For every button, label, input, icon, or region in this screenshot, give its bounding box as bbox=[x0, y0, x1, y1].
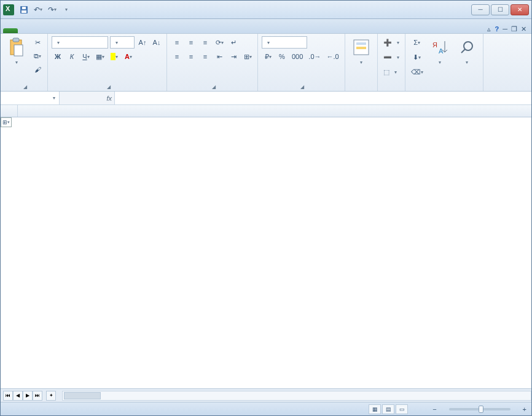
paste-button[interactable]: ▾ bbox=[4, 36, 29, 66]
svg-rect-8 bbox=[356, 47, 366, 49]
new-sheet-button[interactable]: ✦ bbox=[46, 391, 56, 401]
group-clipboard: ▾ ✂ ⧉▾ 🖌 ◢ bbox=[1, 34, 48, 91]
group-editing: Σ▾ ⬇▾ ⌫▾ ЯА ▾ ▾ bbox=[405, 34, 483, 91]
autofill-options-icon[interactable]: ⊞▾ bbox=[1, 117, 12, 127]
copy-button[interactable]: ⧉▾ bbox=[31, 50, 44, 62]
number-format-combo[interactable]: ▾ bbox=[262, 36, 307, 49]
doc-restore-icon[interactable]: ❐ bbox=[511, 25, 517, 33]
quick-access-toolbar: ↶▾ ↷▾ ▾ bbox=[18, 4, 72, 16]
close-button[interactable]: ✕ bbox=[510, 4, 529, 15]
formula-bar: ▾ fx bbox=[1, 92, 531, 105]
doc-minimize-icon[interactable]: ─ bbox=[503, 25, 507, 33]
delete-cells-button[interactable]: ➖ ▾ bbox=[381, 51, 401, 63]
view-normal-button[interactable]: ▦ bbox=[369, 404, 381, 414]
font-size-combo[interactable]: ▾ bbox=[110, 36, 135, 49]
decrease-indent-button[interactable]: ⇤ bbox=[213, 50, 225, 63]
hscroll-thumb[interactable] bbox=[64, 392, 101, 399]
zoom-slider[interactable] bbox=[449, 408, 510, 410]
titlebar: ↶▾ ↷▾ ▾ ─ ☐ ✕ bbox=[1, 1, 531, 19]
cut-button[interactable]: ✂ bbox=[31, 36, 44, 49]
fill-button[interactable]: ⬇▾ bbox=[409, 51, 425, 63]
format-painter-button[interactable]: 🖌 bbox=[31, 63, 44, 76]
redo-button[interactable]: ↷▾ bbox=[46, 4, 58, 16]
save-button[interactable] bbox=[18, 4, 30, 16]
fx-area: fx bbox=[60, 92, 115, 104]
fill-color-button[interactable]: ▾ bbox=[108, 50, 120, 63]
group-styles: ▾ bbox=[345, 34, 378, 91]
worksheet-grid: ⊞▾ bbox=[1, 105, 531, 388]
formula-input[interactable] bbox=[115, 92, 531, 104]
svg-point-11 bbox=[464, 42, 472, 50]
clear-button[interactable]: ⌫▾ bbox=[409, 66, 425, 78]
sheet-tab-bar: ⏮ ◀ ▶ ⏭ ✦ bbox=[1, 388, 531, 402]
underline-button[interactable]: Ч▾ bbox=[80, 50, 92, 63]
fx-icon[interactable]: fx bbox=[106, 95, 112, 102]
sheet-nav-first[interactable]: ⏮ bbox=[3, 391, 13, 401]
font-color-button[interactable]: A▾ bbox=[122, 50, 135, 63]
sheet-nav-prev[interactable]: ◀ bbox=[13, 391, 23, 401]
app-window: ↶▾ ↷▾ ▾ ─ ☐ ✕ ▵ ? ─ ❐ ✕ bbox=[0, 0, 532, 416]
svg-rect-4 bbox=[13, 38, 19, 42]
increase-decimal-button[interactable]: .0→ bbox=[307, 50, 323, 63]
ribbon: ▾ ✂ ⧉▾ 🖌 ◢ ▾ ▾ A↑ A↓ Ж bbox=[1, 34, 531, 92]
svg-rect-1 bbox=[22, 10, 26, 13]
maximize-button[interactable]: ☐ bbox=[491, 4, 509, 15]
percent-button[interactable]: % bbox=[276, 50, 288, 63]
minimize-ribbon-icon[interactable]: ▵ bbox=[487, 25, 491, 33]
qat-customize[interactable]: ▾ bbox=[60, 4, 72, 16]
font-name-combo[interactable]: ▾ bbox=[52, 36, 108, 49]
find-select-button[interactable]: ▾ bbox=[455, 36, 479, 66]
svg-line-12 bbox=[461, 49, 465, 53]
undo-button[interactable]: ↶▾ bbox=[32, 4, 44, 16]
grid-rows: ⊞▾ bbox=[1, 117, 531, 388]
name-box[interactable]: ▾ bbox=[1, 92, 60, 104]
align-left-button[interactable]: ≡ bbox=[171, 50, 183, 63]
help-icon[interactable]: ? bbox=[495, 25, 499, 33]
svg-rect-7 bbox=[356, 42, 366, 45]
view-layout-button[interactable]: ▤ bbox=[382, 404, 394, 414]
wrap-text-button[interactable]: ↵ bbox=[227, 36, 240, 49]
currency-button[interactable]: ₽▾ bbox=[262, 50, 274, 63]
file-tab[interactable] bbox=[3, 28, 18, 33]
insert-cells-button[interactable]: ➕ ▾ bbox=[381, 36, 401, 49]
sort-filter-button[interactable]: ЯА ▾ bbox=[428, 36, 452, 66]
align-bottom-button[interactable]: ≡ bbox=[199, 36, 211, 49]
sheet-nav-next[interactable]: ▶ bbox=[23, 391, 33, 401]
view-pagebreak-button[interactable]: ▭ bbox=[396, 404, 408, 414]
decrease-decimal-button[interactable]: ←.0 bbox=[325, 50, 341, 63]
align-center-button[interactable]: ≡ bbox=[185, 50, 197, 63]
zoom-out-button[interactable]: − bbox=[432, 406, 436, 413]
svg-rect-5 bbox=[14, 45, 23, 56]
orientation-button[interactable]: ⟳▾ bbox=[213, 36, 225, 49]
bold-button[interactable]: Ж bbox=[52, 50, 64, 63]
align-middle-button[interactable]: ≡ bbox=[185, 36, 197, 49]
grow-font-button[interactable]: A↑ bbox=[136, 36, 149, 49]
select-all-corner[interactable] bbox=[1, 105, 18, 117]
ribbon-tabs: ▵ ? ─ ❐ ✕ bbox=[1, 19, 531, 34]
align-top-button[interactable]: ≡ bbox=[171, 36, 183, 49]
svg-text:Я: Я bbox=[432, 41, 437, 49]
autosum-button[interactable]: Σ▾ bbox=[409, 36, 425, 49]
italic-button[interactable]: К bbox=[66, 50, 78, 63]
styles-button[interactable]: ▾ bbox=[349, 36, 374, 66]
zoom-in-button[interactable]: + bbox=[523, 406, 526, 413]
sheet-nav-last[interactable]: ⏭ bbox=[33, 391, 42, 401]
minimize-button[interactable]: ─ bbox=[471, 4, 490, 15]
border-button[interactable]: ▦▾ bbox=[94, 50, 106, 63]
align-right-button[interactable]: ≡ bbox=[199, 50, 211, 63]
svg-text:А: А bbox=[439, 47, 444, 55]
zoom-thumb[interactable] bbox=[479, 406, 483, 413]
merge-button[interactable]: ⊞▾ bbox=[241, 50, 254, 63]
format-cells-button[interactable]: ⬚ ▾ bbox=[381, 66, 401, 78]
horizontal-scrollbar[interactable] bbox=[62, 391, 531, 401]
svg-rect-2 bbox=[22, 7, 26, 9]
shrink-font-button[interactable]: A↓ bbox=[151, 36, 163, 49]
increase-indent-button[interactable]: ⇥ bbox=[227, 50, 240, 63]
excel-icon bbox=[3, 4, 14, 15]
status-bar: ▦ ▤ ▭ − + bbox=[1, 402, 531, 415]
doc-close-icon[interactable]: ✕ bbox=[521, 25, 526, 33]
column-headers bbox=[1, 105, 531, 117]
group-font: ▾ ▾ A↑ A↓ Ж К Ч▾ ▦▾ ▾ A▾ ◢ bbox=[48, 34, 167, 91]
group-number: ▾ ₽▾ % 000 .0→ ←.0 ◢ bbox=[258, 34, 345, 91]
comma-button[interactable]: 000 bbox=[290, 50, 305, 63]
